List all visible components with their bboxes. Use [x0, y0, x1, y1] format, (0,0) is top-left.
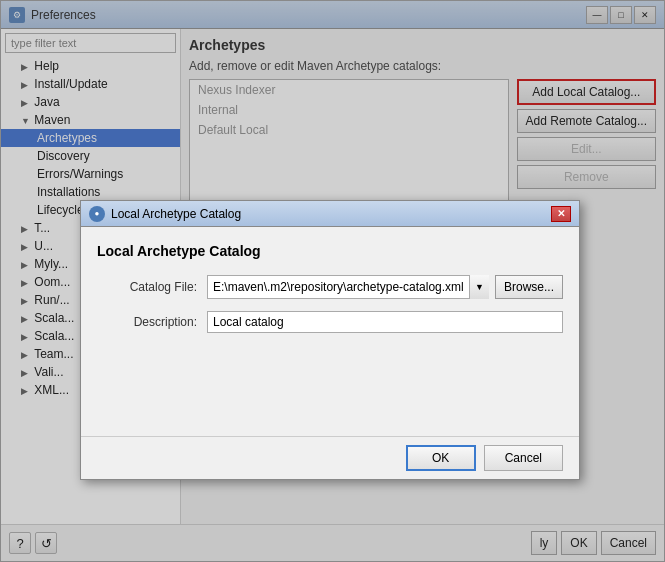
browse-button[interactable]: Browse... — [495, 275, 563, 299]
modal-overlay: ● Local Archetype Catalog ✕ Local Archet… — [0, 0, 665, 562]
dialog-footer: OK Cancel — [81, 436, 579, 479]
dialog-body: Local Archetype Catalog Catalog File: ▼ … — [81, 227, 579, 436]
dialog-icon: ● — [89, 206, 105, 222]
description-label: Description: — [97, 315, 207, 329]
catalog-file-select-wrapper: ▼ — [207, 275, 489, 299]
dialog-title: Local Archetype Catalog — [111, 207, 551, 221]
description-row: Description: — [97, 311, 563, 333]
description-input[interactable] — [207, 311, 563, 333]
dialog-close-button[interactable]: ✕ — [551, 206, 571, 222]
catalog-file-label: Catalog File: — [97, 280, 207, 294]
description-input-wrapper — [207, 311, 563, 333]
dialog-cancel-button[interactable]: Cancel — [484, 445, 563, 471]
dialog-ok-button[interactable]: OK — [406, 445, 476, 471]
local-archetype-dialog: ● Local Archetype Catalog ✕ Local Archet… — [80, 200, 580, 480]
dialog-title-bar: ● Local Archetype Catalog ✕ — [81, 201, 579, 227]
catalog-file-row: Catalog File: ▼ Browse... — [97, 275, 563, 299]
catalog-file-input-wrapper: ▼ Browse... — [207, 275, 563, 299]
dialog-heading: Local Archetype Catalog — [97, 243, 563, 259]
catalog-file-input[interactable] — [207, 275, 489, 299]
